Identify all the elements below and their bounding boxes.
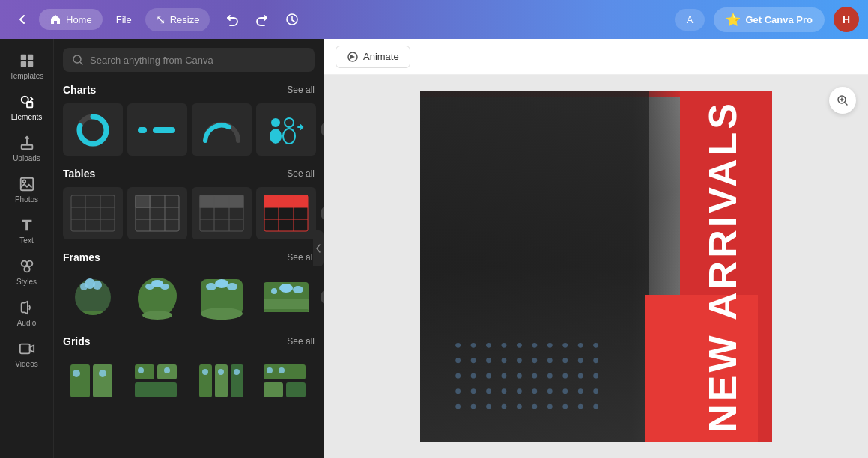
frame-blob-thumb[interactable] — [127, 271, 187, 323]
table-thumb-2[interactable] — [127, 187, 187, 239]
svg-point-121 — [578, 373, 583, 378]
charts-title: Charts — [63, 84, 96, 96]
videos-icon — [19, 341, 35, 357]
sidebar-item-uploads[interactable]: Uploads — [4, 129, 50, 168]
svg-point-116 — [502, 373, 507, 378]
svg-point-129 — [547, 388, 553, 394]
tables-title: Tables — [63, 168, 95, 180]
svg-point-95 — [486, 342, 491, 347]
back-button[interactable] — [9, 6, 36, 33]
grid-thumb-3[interactable] — [192, 355, 252, 407]
svg-point-9 — [22, 180, 25, 183]
svg-point-114 — [471, 373, 476, 378]
grids-header: Grids See all — [54, 335, 324, 347]
chart-donut-thumb[interactable] — [63, 103, 123, 156]
canvas-viewport[interactable]: NEW ARRIVALS — [324, 75, 868, 458]
sidebar-item-templates[interactable]: Templates — [4, 46, 50, 86]
chart-people-thumb[interactable] — [256, 103, 316, 156]
file-button[interactable]: File — [106, 10, 142, 30]
svg-point-60 — [160, 284, 169, 290]
svg-rect-7 — [21, 145, 32, 150]
svg-point-10 — [21, 261, 26, 266]
history-button[interactable] — [279, 6, 306, 33]
svg-point-21 — [285, 118, 294, 127]
svg-point-128 — [532, 388, 538, 394]
svg-point-115 — [486, 373, 491, 378]
svg-rect-41 — [229, 195, 243, 207]
svg-point-112 — [593, 358, 598, 363]
svg-point-79 — [138, 367, 144, 373]
svg-point-141 — [578, 403, 583, 409]
svg-point-93 — [455, 342, 461, 347]
svg-point-57 — [142, 311, 172, 320]
zoom-button[interactable] — [829, 87, 856, 114]
table-thumb-red[interactable] — [256, 187, 316, 239]
frame-landscape-thumb[interactable] — [256, 271, 316, 323]
tables-grid: › — [54, 187, 324, 239]
svg-rect-40 — [214, 195, 229, 207]
undo-button[interactable] — [219, 6, 246, 33]
svg-rect-33 — [136, 195, 150, 207]
svg-point-91 — [279, 367, 285, 373]
frame-rounded-thumb[interactable] — [192, 271, 252, 323]
grid-thumb-4[interactable] — [256, 355, 316, 407]
svg-rect-2 — [27, 55, 32, 60]
svg-rect-68 — [264, 309, 309, 312]
svg-point-140 — [562, 403, 568, 409]
ai-button[interactable]: A — [675, 9, 705, 31]
sidebar-item-videos[interactable]: Videos — [4, 335, 50, 374]
svg-point-131 — [578, 388, 583, 394]
svg-point-86 — [234, 369, 240, 375]
charts-grid: › — [54, 103, 324, 156]
avatar[interactable]: H — [834, 7, 859, 32]
frames-grid: › — [54, 271, 324, 323]
sidebar-icons: Templates Elements Uploads Photos Text S… — [0, 39, 54, 458]
animate-button[interactable]: Animate — [336, 46, 410, 68]
table-thumb-1[interactable] — [63, 187, 123, 239]
frame-circle-thumb[interactable] — [63, 271, 123, 323]
templates-icon — [19, 52, 35, 69]
svg-point-62 — [201, 308, 243, 320]
tables-items-row: › — [54, 187, 324, 239]
get-canva-pro-button[interactable]: ⭐ Get Canva Pro — [714, 7, 825, 32]
text-icon — [19, 217, 35, 233]
svg-point-70 — [279, 284, 293, 293]
grid-thumb-2[interactable] — [127, 355, 187, 407]
sidebar-item-text[interactable]: Text — [4, 211, 50, 251]
search-bar[interactable] — [63, 48, 315, 72]
sidebar-item-elements[interactable]: Elements — [4, 88, 50, 127]
charts-see-all[interactable]: See all — [287, 85, 315, 95]
hide-panel-button[interactable] — [313, 230, 324, 266]
svg-point-108 — [532, 358, 538, 363]
canvas-area: Animate NEW ARRIVALS — [324, 39, 868, 458]
redo-button[interactable] — [249, 6, 276, 33]
svg-point-123 — [455, 388, 461, 394]
grid-thumb-1[interactable] — [63, 355, 123, 407]
svg-point-80 — [164, 367, 170, 373]
svg-point-71 — [293, 286, 303, 293]
sidebar-item-photos[interactable]: Photos — [4, 170, 50, 210]
svg-point-90 — [267, 367, 273, 373]
svg-point-12 — [24, 266, 29, 272]
svg-rect-45 — [294, 195, 308, 207]
svg-point-101 — [578, 342, 583, 347]
sidebar-item-styles[interactable]: Styles — [4, 252, 50, 292]
svg-point-133 — [455, 403, 461, 409]
chart-arc-thumb[interactable] — [192, 103, 252, 156]
resize-button[interactable]: ⤡ Resize — [145, 8, 210, 31]
tables-section: Tables See all — [54, 168, 324, 239]
tables-see-all[interactable]: See all — [287, 168, 315, 179]
sidebar-item-audio[interactable]: Audio — [4, 293, 50, 333]
frames-see-all[interactable]: See all — [287, 252, 315, 263]
svg-rect-3 — [20, 61, 25, 67]
chart-bar-thumb[interactable] — [127, 103, 187, 156]
search-input[interactable] — [90, 55, 306, 66]
table-thumb-3[interactable] — [192, 187, 252, 239]
charts-items-row: › — [54, 103, 324, 156]
grids-see-all[interactable]: See all — [287, 336, 315, 346]
svg-point-65 — [227, 283, 237, 290]
home-button[interactable]: Home — [39, 9, 103, 30]
charts-header: Charts See all — [54, 84, 324, 96]
main-content: Templates Elements Uploads Photos Text S… — [0, 39, 868, 458]
svg-point-63 — [206, 283, 216, 290]
